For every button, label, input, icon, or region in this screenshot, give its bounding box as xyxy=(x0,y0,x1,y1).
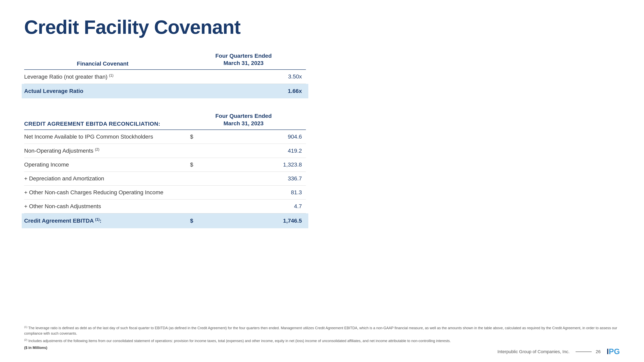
logo-i: I xyxy=(607,347,609,356)
row-dollar-bold: $ xyxy=(181,218,193,224)
table-row: Non-Operating Adjustments (2) 419.2 xyxy=(24,144,306,158)
footer-page-number: 26 xyxy=(596,349,600,354)
table-row: Net Income Available to IPG Common Stock… xyxy=(24,130,306,144)
table-row: + Other Non-cash Charges Reducing Operat… xyxy=(24,186,306,200)
footnote-sup: (1) xyxy=(109,73,114,77)
row-label: Leverage Ratio (not greater than) (1) xyxy=(24,73,181,80)
footer-company: Interpublic Group of Companies, Inc. xyxy=(498,349,570,354)
table1-col2-header: Four Quarters EndedMarch 31, 2023 xyxy=(181,52,306,67)
footnote-2-text: Includes adjustments of the following it… xyxy=(28,339,451,343)
row-label-bold: Credit Agreement EBITDA (1): xyxy=(24,217,181,224)
row-label-bold: Actual Leverage Ratio xyxy=(24,88,181,94)
row-value: 4.7 xyxy=(193,203,306,210)
page-title: Credit Facility Covenant xyxy=(24,16,620,38)
footnote-sup: (2) xyxy=(95,147,100,151)
table-row: Operating Income $ 1,323.8 xyxy=(24,158,306,172)
row-label: + Other Non-cash Charges Reducing Operat… xyxy=(24,189,181,196)
row-value-bold: 1.66x xyxy=(193,88,306,94)
page-container: Credit Facility Covenant Financial Coven… xyxy=(0,0,644,362)
table-row: + Depreciation and Amortization 336.7 xyxy=(24,172,306,186)
footnote-sup: (1) xyxy=(95,217,100,221)
row-value: 1,323.8 xyxy=(193,161,306,168)
footer-bar: Interpublic Group of Companies, Inc. 26 … xyxy=(0,347,644,356)
row-value: 336.7 xyxy=(193,175,306,182)
table2-col2-header: Four Quarters EndedMarch 31, 2023 xyxy=(181,112,306,127)
table-row: Leverage Ratio (not greater than) (1) 3.… xyxy=(24,70,306,84)
row-label: + Depreciation and Amortization xyxy=(24,175,181,182)
footnote-1: (1) The leverage ratio is defined as deb… xyxy=(24,325,620,336)
row-dollar: $ xyxy=(181,161,193,168)
table-row: + Other Non-cash Adjustments 4.7 xyxy=(24,200,306,213)
table-row-highlighted: Credit Agreement EBITDA (1): $ 1,746.5 xyxy=(22,213,308,228)
logo-g: G xyxy=(614,347,620,356)
row-label: Non-Operating Adjustments (2) xyxy=(24,147,181,154)
table2-col1-header: CREDIT AGREEMENT EBITDA RECONCILIATION: xyxy=(24,121,181,127)
row-value: 419.2 xyxy=(193,148,306,154)
table1-wrapper: Financial Covenant Four Quarters EndedMa… xyxy=(24,52,306,98)
row-dollar: $ xyxy=(181,134,193,140)
row-label: Net Income Available to IPG Common Stock… xyxy=(24,134,181,140)
table2-header: CREDIT AGREEMENT EBITDA RECONCILIATION: … xyxy=(24,112,306,130)
table2-wrapper: CREDIT AGREEMENT EBITDA RECONCILIATION: … xyxy=(24,112,306,228)
row-value: 81.3 xyxy=(193,189,306,196)
footnote-sup-1: (1) xyxy=(24,325,27,329)
table1-col1-header: Financial Covenant xyxy=(24,60,181,67)
row-value: 3.50x xyxy=(193,73,306,80)
table-row-highlighted: Actual Leverage Ratio 1.66x xyxy=(22,84,308,98)
footer-divider xyxy=(576,352,592,352)
row-value: 904.6 xyxy=(193,134,306,140)
footnotes-section: (1) The leverage ratio is defined as deb… xyxy=(24,325,620,350)
row-label: + Other Non-cash Adjustments xyxy=(24,203,181,210)
footnote-2: (2) Includes adjustments of the followin… xyxy=(24,338,620,344)
footnote-1-text: The leverage ratio is defined as debt as… xyxy=(24,326,617,336)
logo-p: P xyxy=(609,347,614,356)
footnote-sup-2: (2) xyxy=(24,338,27,341)
row-label: Operating Income xyxy=(24,161,181,168)
table1-header: Financial Covenant Four Quarters EndedMa… xyxy=(24,52,306,70)
footer-logo: I P G xyxy=(607,347,620,356)
row-value-bold: 1,746.5 xyxy=(193,218,306,224)
